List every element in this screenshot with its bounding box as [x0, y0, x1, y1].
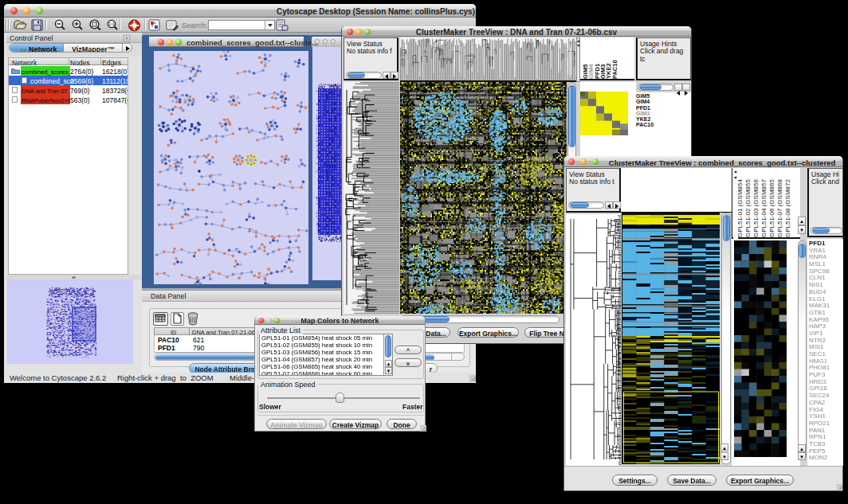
- svg-text:GPL51-03 (GSM856: GPL51-03 (GSM856: [752, 179, 760, 237]
- svg-text:PAC10: PAC10: [611, 60, 618, 79]
- svg-text:GPL51-07 (GSM868: GPL51-07 (GSM868: [776, 179, 783, 237]
- svg-text:GPL51-06 (GSM865: GPL51-06 (GSM865: [768, 179, 775, 237]
- svg-text:1:1: 1:1: [109, 21, 115, 26]
- svg-text:GPL51-08 (GSM872: GPL51-08 (GSM872: [784, 179, 791, 237]
- svg-text:GPL51-02 (GSM855: GPL51-02 (GSM855: [744, 179, 752, 237]
- svg-text:GPL51-04 (GSM857: GPL51-04 (GSM857: [760, 179, 768, 237]
